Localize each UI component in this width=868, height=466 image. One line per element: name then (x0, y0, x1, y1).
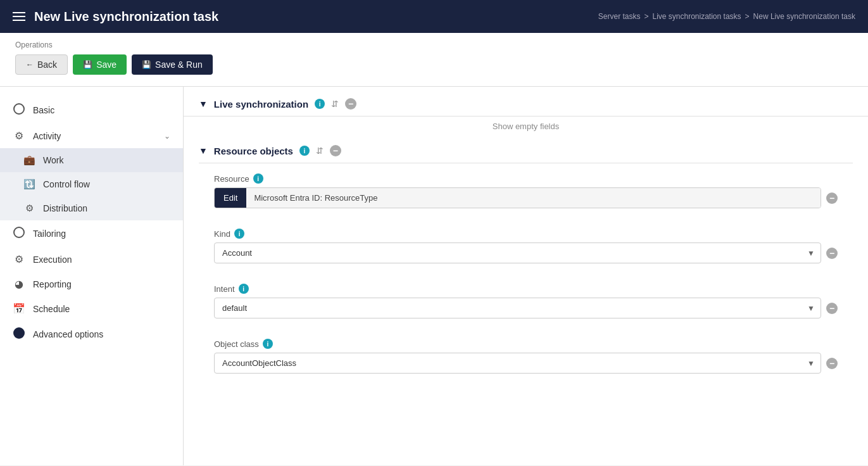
remove-intent-icon[interactable]: − (826, 303, 838, 314)
sidebar-label-tailoring: Tailoring (33, 229, 66, 239)
gear-icon: ⚙ (13, 130, 25, 142)
resource-input-group: Edit Microsoft Entra ID: ResourceType (214, 187, 821, 208)
sidebar: Basic ⚙ Activity ⌄ 💼 Work 🔃 Control flow… (0, 87, 184, 465)
sidebar-item-basic[interactable]: Basic (0, 97, 183, 123)
execution-icon: ⚙ (13, 253, 25, 265)
breadcrumb-server-tasks[interactable]: Server tasks (598, 12, 641, 21)
sort-icon[interactable]: ⇵ (331, 99, 339, 109)
intent-select-wrapper: default development production test ▼ (214, 298, 821, 318)
save-icon: 💾 (83, 60, 92, 69)
pie-icon: ◕ (13, 278, 25, 290)
sidebar-item-activity[interactable]: ⚙ Activity ⌄ (0, 123, 183, 148)
resource-objects-info-icon[interactable]: i (299, 146, 310, 156)
sidebar-item-reporting[interactable]: ◕ Reporting (0, 272, 183, 296)
kind-select-wrapper: Account Generic Entitlement Protected Ac… (214, 242, 821, 263)
breadcrumb-current: New Live synchronization task (753, 12, 855, 21)
sidebar-item-control-flow[interactable]: 🔃 Control flow (0, 172, 183, 196)
remove-resource-icon[interactable]: − (826, 192, 838, 204)
resource-label: Resource i (214, 173, 838, 184)
calendar-icon: 📅 (13, 303, 25, 315)
intent-field-row: default development production test ▼ − (214, 298, 838, 318)
remove-object-class-icon[interactable]: − (826, 358, 838, 369)
filled-circle-icon (13, 327, 25, 341)
flow-icon: 🔃 (23, 179, 35, 190)
remove-live-sync-icon[interactable]: − (345, 98, 356, 110)
object-class-field-group: Object class i AccountObjectClass GroupO… (199, 329, 853, 374)
intent-select[interactable]: default development production test (214, 298, 821, 318)
back-button[interactable]: ← Back (15, 54, 68, 75)
operations-bar: Operations ← Back 💾 Save 💾 Save & Run (0, 33, 868, 87)
intent-field-info-icon[interactable]: i (239, 284, 249, 294)
live-sync-info-icon[interactable]: i (315, 99, 325, 109)
kind-select[interactable]: Account Generic Entitlement Protected Ac… (214, 242, 821, 263)
resource-field-group: Resource i Edit Microsoft Entra ID: Reso… (199, 163, 853, 208)
collapse-live-sync-icon[interactable]: ▼ (199, 99, 208, 109)
sidebar-label-activity: Activity (33, 131, 61, 141)
resource-value: Microsoft Entra ID: ResourceType (246, 188, 821, 208)
object-class-select[interactable]: AccountObjectClass GroupObjectClass OrgU… (214, 353, 821, 374)
operations-label: Operations (15, 41, 853, 49)
circle-icon (13, 103, 25, 117)
breadcrumb: Server tasks > Live synchronization task… (598, 12, 855, 21)
sidebar-item-schedule[interactable]: 📅 Schedule (0, 296, 183, 321)
breadcrumb-live-sync-tasks[interactable]: Live synchronization tasks (652, 12, 741, 21)
remove-kind-icon[interactable]: − (826, 248, 838, 259)
resource-objects-header: ▼ Resource objects i ⇵ − (199, 136, 853, 163)
resource-edit-button[interactable]: Edit (215, 188, 246, 208)
kind-field-group: Kind i Account Generic Entitlement Prote… (199, 218, 853, 263)
back-icon: ← (26, 60, 34, 69)
resource-objects-section: ▼ Resource objects i ⇵ − Resource i Edit… (184, 136, 868, 374)
object-class-label: Object class i (214, 339, 838, 349)
resource-sort-icon[interactable]: ⇵ (316, 146, 324, 156)
sidebar-item-advanced-options[interactable]: Advanced options (0, 321, 183, 348)
resource-objects-title: Resource objects (214, 146, 293, 156)
page-title: New Live synchronization task (34, 9, 218, 24)
object-class-field-row: AccountObjectClass GroupObjectClass OrgU… (214, 353, 838, 374)
save-run-button[interactable]: 💾 Save & Run (132, 54, 213, 75)
save-button[interactable]: 💾 Save (73, 54, 127, 75)
header: New Live synchronization task Server tas… (0, 0, 868, 33)
sidebar-label-control-flow: Control flow (43, 179, 90, 189)
kind-field-info-icon[interactable]: i (234, 229, 244, 239)
content-area: ▼ Live synchronization i ⇵ − Show empty … (184, 87, 868, 465)
live-sync-section-header: ▼ Live synchronization i ⇵ − (184, 87, 868, 116)
operations-buttons: ← Back 💾 Save 💾 Save & Run (15, 54, 853, 75)
kind-field-row: Account Generic Entitlement Protected Ac… (214, 242, 838, 263)
hamburger-menu[interactable] (13, 12, 25, 21)
main-layout: Basic ⚙ Activity ⌄ 💼 Work 🔃 Control flow… (0, 87, 868, 465)
header-left: New Live synchronization task (13, 9, 218, 24)
sidebar-label-schedule: Schedule (33, 304, 70, 314)
sidebar-label-basic: Basic (33, 105, 54, 115)
save-run-icon: 💾 (142, 60, 151, 69)
collapse-resource-icon[interactable]: ▼ (199, 146, 208, 156)
sidebar-item-tailoring[interactable]: Tailoring (0, 220, 183, 247)
kind-label: Kind i (214, 229, 838, 239)
tailoring-icon (13, 227, 25, 241)
intent-field-group: Intent i default development production … (199, 274, 853, 318)
show-empty-fields[interactable]: Show empty fields (184, 116, 868, 136)
sidebar-label-reporting: Reporting (33, 279, 72, 289)
live-sync-title: Live synchronization (214, 99, 308, 110)
sidebar-label-execution: Execution (33, 255, 72, 265)
chevron-down-icon: ⌄ (164, 132, 170, 141)
briefcase-icon: 💼 (23, 154, 35, 166)
resource-field-row: Edit Microsoft Entra ID: ResourceType − (214, 187, 838, 208)
intent-label: Intent i (214, 284, 838, 294)
resource-field-info-icon[interactable]: i (253, 173, 263, 184)
sidebar-item-work[interactable]: 💼 Work (0, 148, 183, 172)
object-class-field-info-icon[interactable]: i (263, 339, 273, 349)
sidebar-label-distribution: Distribution (43, 203, 87, 213)
distribution-icon: ⚙ (23, 203, 35, 214)
sidebar-label-advanced-options: Advanced options (33, 329, 103, 339)
object-class-select-wrapper: AccountObjectClass GroupObjectClass OrgU… (214, 353, 821, 374)
sidebar-item-distribution[interactable]: ⚙ Distribution (0, 196, 183, 220)
remove-resource-objects-icon[interactable]: − (330, 145, 341, 156)
sidebar-label-work: Work (43, 155, 63, 165)
sidebar-item-execution[interactable]: ⚙ Execution (0, 247, 183, 272)
